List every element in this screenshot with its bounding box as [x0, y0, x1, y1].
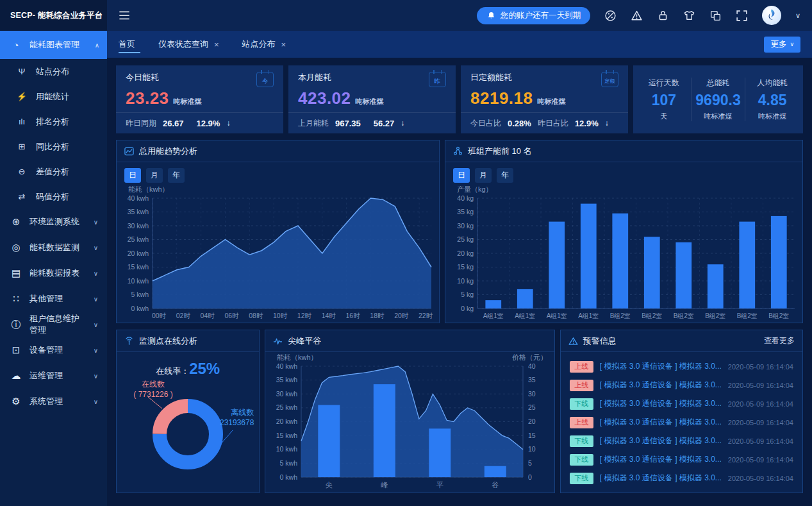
alert-row[interactable]: 下线 [ 模拟器 3.0 通信设备 ] 模拟器 3.0... 2020-05-0… [562, 469, 801, 487]
kpi-foot-label: 昨日占比 [538, 118, 568, 129]
close-icon[interactable]: × [214, 40, 219, 49]
svg-text:A组1室: A组1室 [515, 312, 535, 319]
calendar-today-icon: 今 [256, 72, 274, 87]
user-menu-chevron-icon[interactable]: ∨ [795, 12, 800, 20]
alert-timestamp: 2020-05-09 16:14:04 [728, 437, 793, 445]
svg-text:能耗（kwh）: 能耗（kwh） [277, 353, 318, 361]
view-more-link[interactable]: 查看更多 [764, 335, 795, 346]
tab-day[interactable]: 日 [453, 168, 470, 183]
warning-triangle-icon[interactable] [631, 10, 643, 22]
language-switch-icon[interactable] [709, 10, 722, 22]
sidebar-item-code-value-analysis[interactable]: ⇄ 码值分析 [0, 184, 107, 209]
alert-row[interactable]: 上线 [ 模拟器 3.0 通信设备 ] 模拟器 3.0... 2020-05-0… [562, 357, 801, 376]
svg-text:15 kwh: 15 kwh [276, 432, 297, 439]
monitor-icon: ⊡ [10, 344, 22, 356]
kpi-unit: 吨标准煤 [174, 97, 202, 106]
lightning-icon: ⚡ [16, 92, 28, 101]
svg-text:30 kwh: 30 kwh [128, 222, 149, 230]
sidebar-item-device-management[interactable]: ⊡ 设备管理 ∨ [0, 337, 107, 363]
sidebar-item-system-management[interactable]: ⚙ 系统管理 ∨ [0, 389, 107, 414]
gear-icon: ⚙ [10, 396, 22, 407]
tab-home[interactable]: 首页 [119, 31, 135, 58]
svg-text:平: 平 [436, 481, 443, 489]
status-badge: 上线 [570, 417, 593, 428]
chevron-down-icon: ∨ [94, 296, 98, 303]
kpi-row: 今日能耗 今 23.23 吨标准煤 昨日同期 26.67 12.9% ↓ 本月能… [116, 65, 803, 133]
tab-site-distribution[interactable]: 站点分布 × [242, 31, 286, 58]
svg-text:14时: 14时 [322, 312, 336, 319]
sidebar-item-ranking-analysis[interactable]: ılı 排名分析 [0, 109, 107, 134]
sidebar-item-energy-charts[interactable]: ◔ 能耗图表管理 ∧ [0, 31, 107, 59]
sidebar-item-other-management[interactable]: ∷ 其他管理 ∨ [0, 286, 107, 312]
sidebar-item-difference-analysis[interactable]: ⊖ 差值分析 [0, 159, 107, 184]
tab-year[interactable]: 年 [168, 168, 185, 183]
svg-text:B组2室: B组2室 [737, 312, 758, 319]
svg-text:25: 25 [528, 403, 536, 411]
chevron-down-icon: ∨ [94, 270, 98, 277]
sidebar-item-energy-data-reports[interactable]: ▤ 能耗数据报表 ∨ [0, 260, 107, 286]
sidebar-item-energy-usage-stats[interactable]: ⚡ 用能统计 [0, 84, 107, 109]
alert-row[interactable]: 下线 [ 模拟器 3.0 通信设备 ] 模拟器 3.0... 2020-05-0… [562, 432, 801, 450]
kpi-foot-label: 上月能耗 [298, 118, 329, 129]
sidebar-item-operations-management[interactable]: ☁ 运维管理 ∨ [0, 363, 107, 389]
avatar-flame-icon [766, 8, 777, 22]
svg-text:5 kwh: 5 kwh [131, 291, 149, 298]
status-badge: 下线 [570, 473, 593, 484]
fullscreen-icon[interactable] [736, 10, 748, 22]
apps-icon: ∷ [10, 293, 22, 305]
sidebar-item-label: 环境监测系统 [29, 216, 79, 228]
theme-palette-icon[interactable] [604, 10, 617, 22]
svg-text:0 kwh: 0 kwh [280, 473, 298, 481]
alert-row[interactable]: 上线 [ 模拟器 3.0 通信设备 ] 模拟器 3.0... 2020-05-0… [562, 413, 801, 432]
info-icon: ⓘ [10, 319, 22, 331]
tab-month[interactable]: 月 [475, 168, 492, 183]
kpi-value: 423.02 [298, 89, 351, 108]
svg-text:40 kwh: 40 kwh [128, 194, 149, 202]
alert-timestamp: 2020-05-09 16:14:04 [728, 363, 793, 371]
sidebar-item-site-distribution[interactable]: Ψ 站点分布 [0, 59, 107, 84]
svg-text:峰: 峰 [381, 481, 388, 489]
svg-text:B组2室: B组2室 [610, 312, 631, 319]
svg-text:价格（元）: 价格（元） [512, 353, 547, 361]
alert-device-text: [ 模拟器 3.0 通信设备 ] 模拟器 3.0... [600, 417, 722, 428]
kpi-foot-value: 0.28% [508, 119, 531, 128]
svg-text:B组2室: B组2室 [768, 312, 789, 319]
user-avatar[interactable] [762, 6, 781, 25]
stat-total-energy: 总能耗 9690.3 吨标准煤 [691, 78, 745, 121]
svg-text:04时: 04时 [201, 312, 215, 319]
more-tabs-button[interactable]: 更多 ∨ [764, 37, 800, 53]
alert-device-text: [ 模拟器 3.0 通信设备 ] 模拟器 3.0... [600, 454, 722, 465]
tab-year[interactable]: 年 [497, 168, 513, 183]
status-badge: 下线 [570, 398, 593, 410]
sidebar-item-label: 系统管理 [29, 396, 63, 407]
alert-row[interactable]: 下线 [ 模拟器 3.0 通信设备 ] 模拟器 3.0... 2020-05-0… [562, 394, 801, 413]
alert-row[interactable]: 上线 [ 模拟器 3.0 通信设备 ] 模拟器 3.0... 2020-05-0… [562, 376, 801, 394]
kpi-foot-value: 12.9% [575, 119, 599, 128]
kpi-card-daily-quota-energy: 日定额能耗 定额 8219.18 吨标准煤 今日占比 0.28% 昨日占比 12… [461, 65, 628, 133]
sidebar-item-tenant-info-management[interactable]: ⓘ 租户信息维护管理 ∨ [0, 312, 107, 337]
sidebar-item-energy-data-monitoring[interactable]: ◎ 能耗数据监测 ∨ [0, 235, 107, 260]
svg-text:20时: 20时 [394, 312, 409, 319]
tab-month[interactable]: 月 [146, 168, 163, 183]
chevron-down-icon: ∨ [94, 244, 98, 251]
account-expiry-notice[interactable]: 您的账户还有一天到期 [477, 7, 590, 24]
trend-down-arrow: ↓ [226, 119, 230, 128]
close-icon[interactable]: × [281, 40, 286, 49]
tab-label: 仪表状态查询 [158, 38, 208, 50]
card-peak-valley: 尖峰平谷 能耗（kwh）价格（元）0 kwh5 kwh10 kwh15 kwh2… [265, 330, 554, 493]
peak-valley-combo-chart: 能耗（kwh）价格（元）0 kwh5 kwh10 kwh15 kwh20 kwh… [265, 352, 554, 493]
tab-day[interactable]: 日 [124, 168, 141, 183]
sidebar-item-yoy-analysis[interactable]: ⊞ 同比分析 [0, 134, 107, 159]
alert-timestamp: 2020-05-09 16:14:04 [728, 456, 793, 464]
sidebar-item-environment-monitoring[interactable]: ⊛ 环境监测系统 ∨ [0, 209, 107, 235]
svg-text:35: 35 [528, 376, 536, 384]
lock-icon[interactable] [657, 10, 669, 22]
tab-meter-status[interactable]: 仪表状态查询 × [158, 31, 219, 58]
tshirt-theme-icon[interactable] [683, 10, 695, 22]
trend-down-arrow: ↓ [401, 119, 404, 128]
notice-text: 您的账户还有一天到期 [501, 10, 581, 21]
trend-period-tabs: 日 月 年 [117, 162, 439, 184]
collapse-menu-icon[interactable] [119, 10, 131, 21]
online-rate-donut-chart: 在线率：25% 在线数 ( 7731226 ) 离线数 23193678 [117, 352, 259, 493]
alert-row[interactable]: 下线 [ 模拟器 3.0 通信设备 ] 模拟器 3.0... 2020-05-0… [562, 450, 801, 469]
